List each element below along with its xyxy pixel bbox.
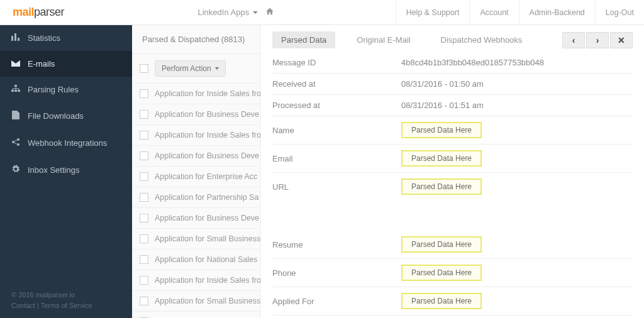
svg-rect-2 [18, 38, 19, 41]
row-checkbox[interactable] [140, 234, 148, 243]
field-label: URL [272, 182, 401, 192]
nav-logout[interactable]: Log-Out [595, 0, 644, 25]
sidebar: Statistics E-mails Parsing Rules File Do… [0, 25, 132, 318]
topnav: Help & Support Account Admin-Backend Log… [396, 0, 644, 25]
app-switcher[interactable]: LinkedIn Apps [198, 8, 258, 17]
sidebar-item-statistics[interactable]: Statistics [0, 25, 132, 51]
sidebar-item-parsing-rules[interactable]: Parsing Rules [0, 77, 132, 102]
email-row[interactable]: Application for Enterprise Acc [132, 167, 260, 187]
email-row[interactable]: Application for Small Business [132, 229, 260, 249]
email-list: Application for Inside Sales froApplicat… [132, 84, 260, 318]
svg-rect-1 [14, 33, 16, 41]
field-label: Processed at [272, 101, 401, 110]
field-label: Message ID [272, 58, 401, 67]
sidebar-footer: © 2016 mailparser.io Contact | Terms of … [0, 282, 132, 318]
tab-parsed-data[interactable]: Parsed Data [272, 31, 335, 48]
email-row[interactable]: Application for Inside Sales fro [132, 270, 260, 291]
bar-chart-icon [11, 33, 20, 43]
field-row: Message ID4b8cd4b1b3f3bb048ed01857753bb0… [272, 52, 633, 74]
file-icon [11, 111, 20, 121]
email-subject: Application for Business Deve [155, 214, 259, 222]
svg-rect-3 [14, 85, 17, 87]
email-subject: Application for Enterprise Acc [155, 172, 257, 181]
next-button[interactable]: › [586, 32, 609, 48]
email-subject: Application for Business Deve [155, 151, 259, 160]
field-value: 08/31/2016 - 01:51 am [401, 101, 484, 110]
row-checkbox[interactable] [140, 276, 148, 285]
parsed-data-placeholder: Parsed Data Here [401, 293, 482, 309]
sidebar-label: Parsing Rules [28, 85, 79, 94]
row-checkbox[interactable] [140, 110, 148, 119]
row-checkbox[interactable] [140, 151, 148, 160]
field-value: 08/31/2016 - 01:50 am [401, 79, 484, 89]
field-row: Processed at08/31/2016 - 01:51 am [272, 95, 633, 116]
svg-rect-5 [14, 90, 17, 92]
perform-action-dropdown[interactable]: Perform Action [155, 60, 226, 77]
field-label: Name [272, 126, 401, 135]
svg-rect-4 [11, 90, 14, 92]
email-subject: Application for Inside Sales fro [155, 131, 260, 140]
email-row[interactable]: Application for Small Business [132, 291, 260, 312]
field-label: Received at [272, 79, 401, 89]
nav-admin[interactable]: Admin-Backend [519, 0, 595, 25]
parsed-data-placeholder: Parsed Data Here [401, 265, 482, 281]
row-checkbox[interactable] [140, 89, 148, 98]
email-row[interactable]: Application for Senior Accoun [132, 312, 260, 318]
caret-down-icon [253, 11, 258, 14]
field-row: PhoneParsed Data Here [272, 259, 633, 287]
parsed-data-placeholder: Parsed Data Here [401, 150, 482, 167]
list-header: Parsed & Dispatched (8813) [132, 25, 260, 54]
parsed-data-placeholder: Parsed Data Here [401, 122, 482, 138]
row-checkbox[interactable] [140, 172, 148, 181]
email-row[interactable]: Application for Business Deve [132, 146, 260, 167]
select-all-checkbox[interactable] [140, 64, 148, 73]
svg-rect-6 [18, 90, 20, 92]
field-row: ResumeParsed Data Here [272, 231, 633, 259]
sidebar-label: Inbox Settings [28, 165, 79, 175]
email-subject: Application for Business Deve [155, 110, 259, 119]
home-icon[interactable] [265, 7, 274, 18]
parsed-data-placeholder: Parsed Data Here [401, 178, 482, 195]
close-button[interactable]: ✕ [610, 32, 633, 48]
nav-help[interactable]: Help & Support [396, 0, 470, 25]
sidebar-item-file-downloads[interactable]: File Downloads [0, 102, 132, 129]
email-row[interactable]: Application for Business Deve [132, 208, 260, 229]
email-row[interactable]: Application for Inside Sales fro [132, 125, 260, 146]
svg-point-9 [17, 143, 19, 146]
tab-dispatched-webhooks[interactable]: Dispatched Webhooks [432, 31, 531, 48]
parsed-data-placeholder: Parsed Data Here [401, 236, 482, 253]
row-checkbox[interactable] [140, 193, 148, 202]
nav-account[interactable]: Account [469, 0, 518, 25]
field-row: NotesParsed Data Here [272, 315, 633, 318]
email-row[interactable]: Application for Inside Sales fro [132, 84, 260, 104]
email-subject: Application for Inside Sales fro [155, 276, 260, 285]
chevron-right-icon: › [596, 35, 599, 45]
email-subject: Application for Partnership Sa [155, 193, 258, 202]
row-checkbox[interactable] [140, 297, 148, 305]
email-row[interactable]: Application for National Sales [132, 249, 260, 270]
svg-rect-0 [11, 36, 13, 41]
email-row[interactable]: Application for Partnership Sa [132, 187, 260, 208]
field-label: Resume [272, 240, 401, 249]
tab-original-email[interactable]: Original E-Mail [348, 31, 419, 48]
sidebar-label: File Downloads [28, 111, 84, 121]
email-subject: Application for Small Business [155, 234, 260, 243]
email-row[interactable]: Application for Business Deve [132, 104, 260, 125]
caret-down-icon [215, 67, 219, 70]
logo: mailparser [0, 6, 77, 19]
sidebar-item-inbox-settings[interactable]: Inbox Settings [0, 156, 132, 184]
sidebar-item-emails[interactable]: E-mails [0, 51, 132, 77]
field-label: Applied For [272, 297, 401, 306]
row-checkbox[interactable] [140, 131, 148, 140]
email-subject: Application for National Sales [155, 255, 257, 264]
row-checkbox[interactable] [140, 255, 148, 264]
topbar: mailparser LinkedIn Apps Help & Support … [0, 0, 644, 25]
row-checkbox[interactable] [140, 214, 148, 222]
field-row: Applied ForParsed Data Here [272, 287, 633, 315]
sidebar-item-webhooks[interactable]: Webhook Integrations [0, 129, 132, 156]
prev-button[interactable]: ‹ [562, 32, 585, 48]
chevron-left-icon: ‹ [572, 35, 575, 45]
gear-icon [11, 165, 20, 175]
field-row: NameParsed Data Here [272, 116, 633, 145]
svg-point-8 [17, 138, 19, 141]
